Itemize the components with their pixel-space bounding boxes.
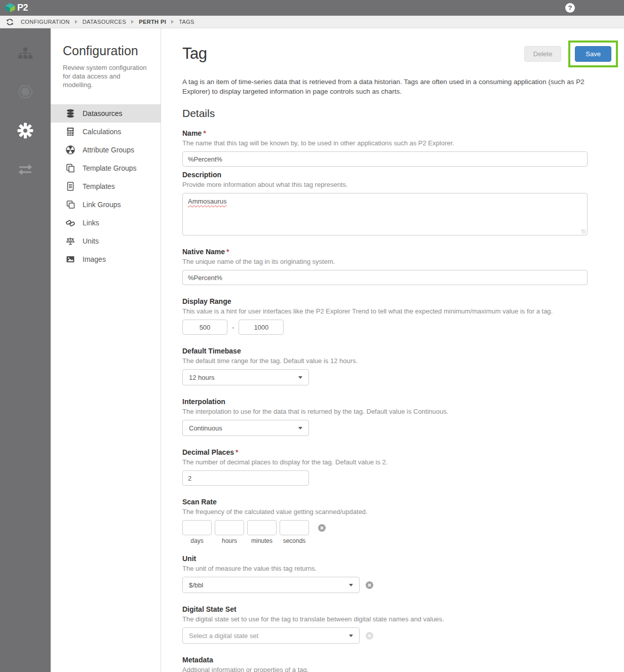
delete-button[interactable]: Delete	[524, 46, 562, 62]
digital-state-set-select[interactable]: Select a digital state set	[182, 627, 360, 644]
swap-arrows-icon[interactable]	[17, 162, 33, 177]
breadcrumb-separator-icon	[75, 20, 77, 24]
default-timebase-label: Default Timebase	[182, 347, 618, 355]
default-timebase-field-group: Default Timebase The default time range …	[182, 347, 618, 385]
digital-state-set-help-text: The digital state set to use for the tag…	[182, 615, 618, 623]
digital-state-set-clear-icon[interactable]	[366, 632, 373, 640]
breadcrumb-configuration[interactable]: CONFIGURATION	[21, 19, 70, 25]
required-mark: *	[236, 448, 238, 456]
interpolation-help-text: The interpolation to use for the data th…	[182, 408, 618, 415]
native-name-input[interactable]	[182, 270, 588, 285]
hexagon-icon[interactable]	[17, 84, 33, 99]
unit-help-text: The unit of measure the value this tag r…	[182, 565, 618, 572]
display-range-min-input[interactable]	[182, 320, 227, 335]
scan-rate-days-input[interactable]	[182, 520, 212, 535]
name-label: Name*	[182, 129, 618, 137]
scan-rate-clear-icon[interactable]	[318, 524, 326, 532]
template-groups-icon	[66, 164, 75, 173]
display-range-max-input[interactable]	[239, 320, 284, 335]
interpolation-select[interactable]: Continuous	[182, 420, 309, 436]
page-title: Tag	[182, 45, 524, 63]
digital-state-set-label: Digital State Set	[182, 605, 618, 613]
chevron-down-icon	[298, 376, 302, 379]
resize-grip[interactable]	[581, 229, 586, 234]
decimal-places-help-text: The number of decimal places to display …	[182, 458, 618, 466]
link-icon	[66, 218, 75, 227]
breadcrumb-perth-pi[interactable]: PERTH PI	[139, 19, 166, 25]
scan-rate-help-text: The frequency of the calculated value ge…	[182, 508, 618, 516]
breadcrumb-tags[interactable]: TAGS	[179, 19, 194, 25]
save-highlight-annotation: Save	[568, 41, 618, 67]
sidebar-item-label: Attribute Groups	[83, 146, 134, 154]
sidebar-item-attribute-groups[interactable]: Attribute Groups	[51, 141, 161, 159]
sidebar-item-links[interactable]: Links	[51, 214, 161, 232]
p2-logo-text: P2	[17, 3, 28, 13]
config-menu: Datasources Calculations	[51, 104, 161, 268]
metadata-label: Metadata	[182, 656, 618, 664]
units-icon	[66, 236, 75, 246]
sidebar-item-template-groups[interactable]: Template Groups	[51, 159, 161, 177]
chevron-down-icon	[349, 635, 353, 637]
scan-rate-seconds-label: seconds	[280, 537, 309, 544]
digital-state-set-placeholder: Select a digital state set	[189, 632, 258, 640]
required-mark: *	[203, 129, 206, 137]
configuration-sidebar: Configuration Review system configuratio…	[51, 28, 161, 672]
sidebar-item-label: Datasources	[83, 109, 123, 117]
scan-rate-minutes-input[interactable]	[247, 520, 277, 535]
config-panel-subtitle: Review system configuration for data acc…	[63, 63, 150, 89]
unit-field-group: Unit The unit of measure the value this …	[182, 555, 618, 593]
scan-rate-field-group: Scan Rate The frequency of the calculate…	[182, 498, 618, 544]
unit-select[interactable]: $/bbl	[182, 577, 360, 593]
gear-icon[interactable]	[17, 123, 33, 139]
range-separator: -	[232, 324, 234, 331]
save-button[interactable]: Save	[575, 46, 611, 62]
link-groups-icon	[66, 200, 75, 209]
scan-rate-seconds-input[interactable]	[280, 520, 309, 535]
interpolation-field-group: Interpolation The interpolation to use f…	[182, 398, 618, 436]
details-section-title: Details	[182, 107, 618, 120]
calculator-icon	[66, 127, 75, 136]
sidebar-item-label: Link Groups	[83, 201, 121, 209]
name-input[interactable]	[182, 151, 588, 167]
sidebar-item-label: Templates	[83, 182, 115, 190]
attribute-groups-icon	[66, 145, 75, 154]
display-range-field-group: Display Range This value is a hint for u…	[182, 297, 618, 335]
description-textarea[interactable]: Ammosaurus	[182, 193, 588, 235]
template-icon	[66, 182, 75, 191]
description-field-group: Description Provide more information abo…	[182, 171, 618, 235]
p2-logo[interactable]: P2	[4, 2, 28, 14]
breadcrumb-datasources[interactable]: DATASOURCES	[83, 19, 127, 25]
name-field-group: Name* The name that this tag will be kno…	[182, 129, 618, 167]
refresh-icon[interactable]	[6, 18, 14, 26]
unit-clear-icon[interactable]	[366, 581, 373, 589]
default-timebase-value: 12 hours	[189, 374, 215, 381]
sitemap-icon[interactable]	[18, 47, 33, 61]
scan-rate-hours-input[interactable]	[215, 520, 244, 535]
native-name-field-group: Native Name* The unique name of the tag …	[182, 248, 618, 285]
breadcrumb-separator-icon	[171, 20, 174, 24]
sidebar-item-templates[interactable]: Templates	[51, 177, 161, 195]
digital-state-set-field-group: Digital State Set The digital state set …	[182, 605, 618, 644]
unit-label: Unit	[182, 555, 618, 563]
sidebar-item-link-groups[interactable]: Link Groups	[51, 195, 161, 214]
sidebar-item-label: Units	[83, 237, 99, 245]
sidebar-item-datasources[interactable]: Datasources	[51, 104, 161, 123]
metadata-help-text: Addtional information or properties of a…	[182, 666, 618, 672]
help-glyph: ?	[568, 4, 572, 12]
sidebar-item-label: Template Groups	[83, 164, 137, 172]
decimal-places-input[interactable]	[182, 470, 309, 486]
scan-rate-days-label: days	[182, 537, 212, 544]
sidebar-item-label: Links	[83, 219, 99, 227]
help-icon[interactable]: ?	[565, 3, 575, 13]
native-name-help-text: The unique name of the tag in its origin…	[182, 258, 618, 265]
default-timebase-select[interactable]: 12 hours	[182, 369, 309, 385]
main-content: Tag Delete Save A tag is an item of time…	[161, 28, 624, 672]
left-icon-rail	[0, 28, 51, 672]
decimal-places-field-group: Decimal Places* The number of decimal pl…	[182, 448, 618, 486]
sidebar-item-calculations[interactable]: Calculations	[51, 123, 161, 141]
decimal-places-label: Decimal Places*	[182, 448, 618, 456]
sidebar-item-images[interactable]: Images	[51, 250, 161, 268]
sidebar-item-label: Calculations	[83, 128, 121, 136]
metadata-field-group: Metadata Addtional information or proper…	[182, 656, 618, 672]
sidebar-item-units[interactable]: Units	[51, 232, 161, 250]
